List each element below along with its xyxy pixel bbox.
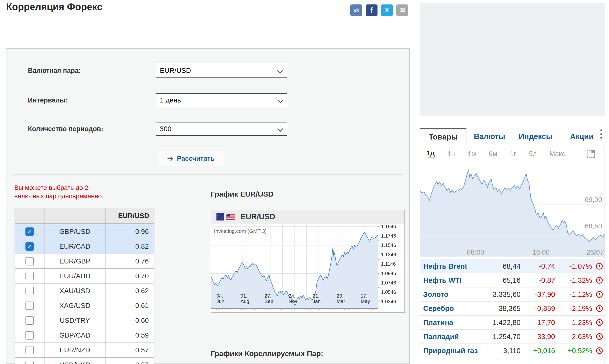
selection-note: Вы можете выбрать до 2 валютных пар одно… xyxy=(14,183,111,200)
tab-индексы[interactable]: Индексы xyxy=(513,128,559,145)
svg-text:1.0546: 1.0546 xyxy=(381,289,396,295)
expand-icon[interactable] xyxy=(587,150,595,158)
correlation-row: XAU/USD0.62 xyxy=(15,283,154,298)
clock-icon xyxy=(592,305,603,312)
svg-text:17.: 17. xyxy=(361,293,368,299)
checkbox-unchecked[interactable] xyxy=(25,346,34,354)
checkbox-unchecked[interactable] xyxy=(25,361,34,364)
correlation-value-cell: 0.59 xyxy=(105,328,154,343)
quote-change: -0,74 xyxy=(521,262,555,270)
quote-change-pct: -1,12% xyxy=(555,290,592,299)
svg-text:1.0946: 1.0946 xyxy=(381,271,396,276)
currency-pair-select[interactable]: EUR/USD xyxy=(156,64,287,78)
correlation-header-row: EUR/USD xyxy=(15,208,154,224)
kebab-menu-icon[interactable] xyxy=(600,129,602,139)
pair-cell: EUR/GBP xyxy=(44,254,105,269)
quote-name-link[interactable]: Природный газ xyxy=(423,347,479,355)
timeframe-selector: 1д1н1м6м1г5лМакс. xyxy=(427,147,595,161)
share-facebook-button[interactable]: f xyxy=(366,4,378,16)
correlation-row: EUR/NZD0.57 xyxy=(15,343,154,358)
svg-text:26/07: 26/07 xyxy=(586,248,604,256)
checkbox-unchecked[interactable] xyxy=(25,331,34,340)
quote-change-pct: -2,63% xyxy=(555,333,592,341)
quote-name-link[interactable]: Палладий xyxy=(423,333,479,341)
checkbox-cell xyxy=(15,328,44,343)
mail-icon: ✉ xyxy=(399,7,405,14)
range-5л[interactable]: 5л xyxy=(529,150,537,158)
quote-name-link[interactable]: Золото xyxy=(423,290,479,299)
svg-text:1.1746: 1.1746 xyxy=(381,233,396,239)
currency-pair-value: EUR/USD xyxy=(160,64,191,77)
eu-flag-icon xyxy=(216,213,224,221)
share-mail-button[interactable]: ✉ xyxy=(396,4,408,16)
checkbox-cell xyxy=(15,358,44,364)
checkbox-checked[interactable]: ✓ xyxy=(25,242,34,251)
sidebar-tabs: ТоварыВалютыИндексыАкции xyxy=(420,128,605,145)
range-1м[interactable]: 1м xyxy=(468,150,476,158)
quote-change-pct: -1,32% xyxy=(555,276,592,284)
quote-last: 1.422,80 xyxy=(479,319,521,327)
calculate-label: Рассчитать xyxy=(177,155,214,162)
svg-text:1.1146: 1.1146 xyxy=(381,261,396,267)
svg-text:24.: 24. xyxy=(289,293,295,299)
tab-товары[interactable]: Товары xyxy=(420,128,466,145)
range-6м[interactable]: 6м xyxy=(489,150,497,158)
tab-акции[interactable]: Акции xyxy=(559,128,605,145)
checkbox-checked[interactable]: ✓ xyxy=(25,227,34,236)
range-1н[interactable]: 1н xyxy=(447,150,455,158)
periods-select[interactable]: 300 xyxy=(156,122,287,136)
arrow-right-icon: ➜ xyxy=(167,155,173,162)
checkbox-unchecked[interactable] xyxy=(25,302,34,310)
share-x-button[interactable]: X xyxy=(381,4,393,16)
svg-text:Nov: Nov xyxy=(289,299,297,304)
quote-change: -0,859 xyxy=(521,304,555,313)
checkbox-cell xyxy=(15,343,44,358)
interval-label: Интервалы: xyxy=(28,93,68,107)
checkbox-unchecked[interactable] xyxy=(25,257,34,265)
quote-name-link[interactable]: Нефть WTI xyxy=(423,276,479,284)
svg-text:Aug: Aug xyxy=(240,299,249,304)
calculate-button[interactable]: ➜ Рассчитать xyxy=(158,151,224,166)
quote-last: 3,110 xyxy=(479,347,521,355)
pair-cell: XAG/USD xyxy=(44,298,105,313)
interval-select[interactable]: 1 день xyxy=(156,93,287,107)
correlation-value-cell: 0.57 xyxy=(105,343,154,358)
section-divider xyxy=(10,334,406,334)
quote-row: Платина1.422,80-17,70-1,23% xyxy=(420,315,605,329)
checkbox-unchecked[interactable] xyxy=(25,287,34,295)
range-1г[interactable]: 1г xyxy=(510,150,516,158)
svg-text:1.1346: 1.1346 xyxy=(381,252,396,257)
correlation-row: EUR/GBP0.76 xyxy=(15,254,154,269)
us-flag-icon xyxy=(226,214,235,220)
quote-name-link[interactable]: Серебро xyxy=(423,304,479,313)
clock-icon xyxy=(592,263,603,270)
quotes-list: Нефть Brent68,44-0,74-1,07%Нефть WTI65,1… xyxy=(420,259,605,358)
pair-cell: GBP/USD xyxy=(44,224,105,239)
svg-text:1.0346: 1.0346 xyxy=(381,299,396,304)
svg-text:May: May xyxy=(361,299,370,304)
chart-widget-header: EUR/USD xyxy=(211,210,404,224)
correlation-table: EUR/USD ✓GBP/USD0.96✓EUR/CAD0.82EUR/GBP0… xyxy=(15,208,154,364)
checkbox-cell xyxy=(15,313,44,328)
pair-cell: USD/HKD xyxy=(44,358,105,364)
correlation-value-cell: 0.96 xyxy=(105,224,154,239)
svg-text:01.: 01. xyxy=(240,293,247,299)
quote-last: 38,365 xyxy=(479,304,521,313)
svg-text:16:00: 16:00 xyxy=(532,248,550,256)
tab-валюты[interactable]: Валюты xyxy=(466,128,513,145)
range-1д[interactable]: 1д xyxy=(427,149,435,158)
eurusd-chart-widget: EUR/USD 1.19461.17461.15461.13461.11461.… xyxy=(211,210,405,313)
quote-name-link[interactable]: Нефть Brent xyxy=(423,262,479,270)
svg-text:04.: 04. xyxy=(216,293,223,299)
share-vk-button[interactable]: vk xyxy=(350,4,362,16)
checkbox-unchecked[interactable] xyxy=(25,316,34,325)
svg-text:1.0746: 1.0746 xyxy=(381,280,396,285)
range-макс.[interactable]: Макс. xyxy=(549,150,567,158)
quote-row: Серебро38,365-0,859-2,19% xyxy=(420,301,605,315)
quote-row: Нефть Brent68,44-0,74-1,07% xyxy=(420,259,605,273)
quote-name-link[interactable]: Платина xyxy=(423,319,479,327)
svg-text:21.: 21. xyxy=(313,293,319,299)
checkbox-unchecked[interactable] xyxy=(25,272,34,280)
quote-change: -17,70 xyxy=(521,319,555,327)
quote-row: Нефть WTI65,16-0,87-1,32% xyxy=(420,273,605,287)
